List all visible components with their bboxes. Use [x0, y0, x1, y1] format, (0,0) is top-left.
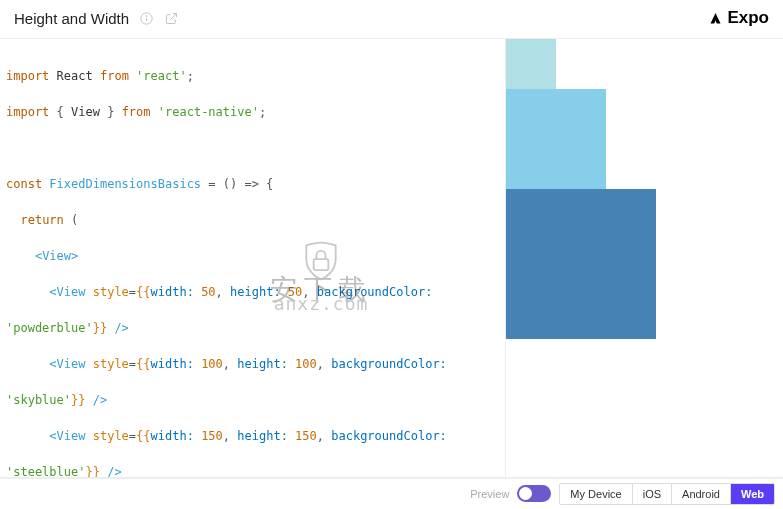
open-external-icon[interactable]: [164, 11, 179, 26]
info-icon[interactable]: [139, 11, 154, 26]
page-title: Height and Width: [14, 10, 129, 27]
brand-logo[interactable]: Expo: [708, 8, 769, 28]
svg-point-2: [146, 15, 147, 16]
preview-label: Preview: [470, 488, 509, 500]
tab-ios[interactable]: iOS: [633, 484, 672, 504]
preview-box-skyblue: [506, 89, 606, 189]
platform-tabs: My Device iOS Android Web: [559, 483, 775, 505]
preview-toggle[interactable]: [517, 485, 551, 502]
preview-box-steelblue: [506, 189, 656, 339]
brand-text: Expo: [727, 8, 769, 28]
header-bar: Height and Width Expo: [0, 0, 783, 38]
preview-pane: [505, 39, 783, 477]
tab-android[interactable]: Android: [672, 484, 731, 504]
preview-content: [506, 39, 783, 477]
toggle-knob: [519, 487, 532, 500]
expo-icon: [708, 11, 723, 26]
tab-web[interactable]: Web: [731, 484, 774, 504]
code-editor[interactable]: import React from 'react'; import { View…: [0, 39, 505, 477]
footer-bar: Preview My Device iOS Android Web: [0, 478, 783, 508]
tab-my-device[interactable]: My Device: [560, 484, 632, 504]
preview-box-powderblue: [506, 39, 556, 89]
